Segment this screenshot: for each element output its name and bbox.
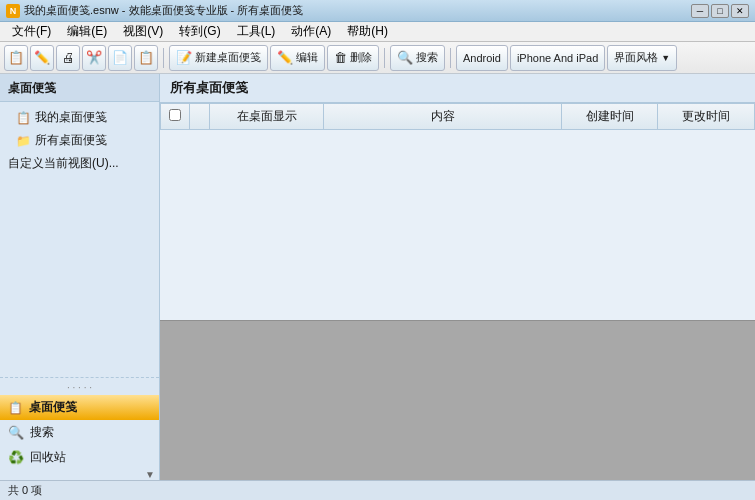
- sidebar-bottom-search[interactable]: 🔍 搜索: [0, 420, 159, 445]
- menu-tools[interactable]: 工具(L): [229, 21, 284, 42]
- col-created: 创建时间: [561, 104, 658, 130]
- col-desktop-show: 在桌面显示: [210, 104, 324, 130]
- icon-edit-small: ✏️: [34, 50, 50, 65]
- icon-new-small: 📋: [8, 50, 24, 65]
- title-bar: N 我的桌面便笺.esnw - 效能桌面便笺专业版 - 所有桌面便笺 ─ □ ✕: [0, 0, 755, 22]
- sidebar-items: 📋 我的桌面便笺 📁 所有桌面便笺 自定义当前视图(U)...: [0, 102, 159, 377]
- main-layout: 桌面便笺 📋 我的桌面便笺 📁 所有桌面便笺 自定义当前视图(U)... · ·…: [0, 74, 755, 480]
- content-header: 所有桌面便笺: [160, 74, 755, 103]
- icon-copy: 📄: [112, 50, 128, 65]
- search-bottom-icon: 🔍: [8, 425, 24, 440]
- title-bar-left: N 我的桌面便笺.esnw - 效能桌面便笺专业版 - 所有桌面便笺: [6, 3, 303, 18]
- preview-area: [160, 320, 755, 480]
- folder-icon: 📁: [16, 134, 31, 148]
- edit-icon: ✏️: [277, 50, 293, 65]
- sidebar-header: 桌面便笺: [0, 74, 159, 102]
- icon-cut: ✂️: [86, 50, 102, 65]
- search-icon: 🔍: [397, 50, 413, 65]
- sidebar-bottom-notes[interactable]: 📋 桌面便笺: [0, 395, 159, 420]
- sidebar-item-my-notes[interactable]: 📋 我的桌面便笺: [0, 106, 159, 129]
- sidebar-scroll-arrow[interactable]: ▼: [145, 469, 155, 480]
- toolbar-sep-3: [450, 48, 451, 68]
- content-area: 所有桌面便笺 在桌面显示 内容 创建时间 更改时间: [160, 74, 755, 480]
- toolbar-sep-1: [163, 48, 164, 68]
- menu-actions[interactable]: 动作(A): [283, 21, 339, 42]
- tb-icon-btn-4[interactable]: ✂️: [82, 45, 106, 71]
- status-bar: 共 0 项: [0, 480, 755, 500]
- new-note-icon: 📝: [176, 50, 192, 65]
- tb-icon-btn-6[interactable]: 📋: [134, 45, 158, 71]
- menu-help[interactable]: 帮助(H): [339, 21, 396, 42]
- sidebar-bottom-recycle[interactable]: ♻️ 回收站: [0, 445, 159, 470]
- delete-button[interactable]: 🗑 删除: [327, 45, 379, 71]
- menu-view[interactable]: 视图(V): [115, 21, 171, 42]
- title-text: 我的桌面便笺.esnw - 效能桌面便笺专业版 - 所有桌面便笺: [24, 3, 303, 18]
- edit-button[interactable]: ✏️ 编辑: [270, 45, 325, 71]
- close-button[interactable]: ✕: [731, 4, 749, 18]
- maximize-button[interactable]: □: [711, 4, 729, 18]
- tb-icon-btn-5[interactable]: 📄: [108, 45, 132, 71]
- menu-edit[interactable]: 编辑(E): [59, 21, 115, 42]
- notes-table: 在桌面显示 内容 创建时间 更改时间: [160, 103, 755, 130]
- search-button[interactable]: 🔍 搜索: [390, 45, 445, 71]
- theme-button[interactable]: 界面风格 ▼: [607, 45, 677, 71]
- col-content: 内容: [324, 104, 562, 130]
- tb-icon-btn-1[interactable]: 📋: [4, 45, 28, 71]
- sidebar-bottom: · · · · · 📋 桌面便笺 🔍 搜索 ♻️ 回收站 ▼: [0, 377, 159, 480]
- android-button[interactable]: Android: [456, 45, 508, 71]
- icon-paste: 📋: [138, 50, 154, 65]
- menu-goto[interactable]: 转到(G): [171, 21, 228, 42]
- icon-print: 🖨: [62, 50, 75, 65]
- tb-icon-btn-3[interactable]: 🖨: [56, 45, 80, 71]
- tb-icon-btn-2[interactable]: ✏️: [30, 45, 54, 71]
- toolbar-sep-2: [384, 48, 385, 68]
- minimize-button[interactable]: ─: [691, 4, 709, 18]
- status-text: 共 0 项: [8, 483, 42, 498]
- app-icon: N: [6, 4, 20, 18]
- col-modified: 更改时间: [658, 104, 755, 130]
- menu-file[interactable]: 文件(F): [4, 21, 59, 42]
- table-wrapper[interactable]: 在桌面显示 内容 创建时间 更改时间: [160, 103, 755, 320]
- chevron-down-icon: ▼: [661, 53, 670, 63]
- delete-icon: 🗑: [334, 50, 347, 65]
- notes-icon: 📋: [16, 111, 31, 125]
- sidebar-custom-view[interactable]: 自定义当前视图(U)...: [0, 152, 159, 175]
- window-controls: ─ □ ✕: [691, 4, 749, 18]
- iphone-ipad-button[interactable]: iPhone And iPad: [510, 45, 605, 71]
- menu-bar: 文件(F) 编辑(E) 视图(V) 转到(G) 工具(L) 动作(A) 帮助(H…: [0, 22, 755, 42]
- scroll-indicator: · · · · ·: [0, 380, 159, 395]
- sidebar: 桌面便笺 📋 我的桌面便笺 📁 所有桌面便笺 自定义当前视图(U)... · ·…: [0, 74, 160, 480]
- toolbar: 📋 ✏️ 🖨 ✂️ 📄 📋 📝 新建桌面便笺 ✏️ 编辑 🗑 删除 🔍 搜索 A…: [0, 42, 755, 74]
- recycle-icon: ♻️: [8, 450, 24, 465]
- col-icon: [190, 104, 210, 130]
- col-checkbox[interactable]: [161, 104, 190, 130]
- sidebar-item-all-notes[interactable]: 📁 所有桌面便笺: [0, 129, 159, 152]
- table-header-row: 在桌面显示 内容 创建时间 更改时间: [161, 104, 755, 130]
- notes-bottom-icon: 📋: [8, 401, 23, 415]
- new-note-button[interactable]: 📝 新建桌面便笺: [169, 45, 268, 71]
- select-all-checkbox[interactable]: [169, 109, 181, 121]
